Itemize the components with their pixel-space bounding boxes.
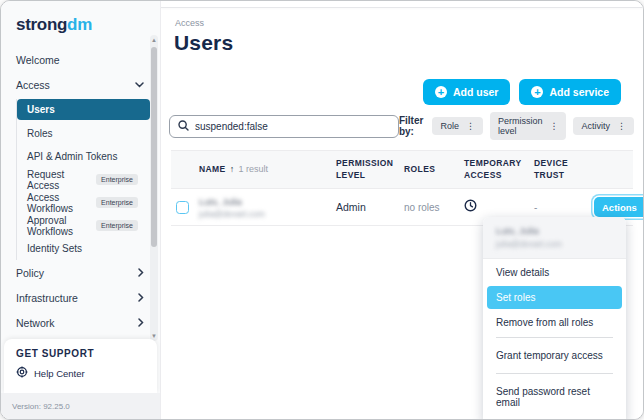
name-header-label: NAME (199, 164, 226, 175)
column-header-permission-level[interactable]: PERMISSION LEVEL (336, 158, 404, 181)
sidebar-item-label: API & Admin Tokens (27, 151, 117, 162)
row-checkbox-cell (171, 201, 199, 214)
menu-divider (496, 337, 613, 338)
sidebar-item-label: Identity Sets (27, 243, 82, 254)
filter-group: Filter by: Role ⋮ Permission level ⋮ Act… (399, 112, 634, 140)
sort-asc-icon: ↑ (230, 163, 235, 175)
plus-icon: + (435, 86, 447, 98)
get-support-card: GET SUPPORT Help Center (4, 339, 157, 393)
sidebar-item-request-access[interactable]: Request Access Enterprise (17, 168, 152, 191)
access-submenu: Users Roles API & Admin Tokens Request A… (16, 99, 160, 260)
roles-cell: no roles (404, 202, 464, 213)
device-trust-cell: - (534, 202, 594, 213)
sidebar-item-welcome[interactable]: Welcome (1, 47, 160, 72)
chevron-right-icon (138, 318, 144, 327)
chevron-down-icon (135, 82, 144, 88)
users-table: NAME ↑ 1 result PERMISSION LEVEL ROLES T… (171, 150, 633, 226)
version-label: Version: 92.25.0 (1, 393, 160, 419)
menu-item-remove-from-all-roles[interactable]: Remove from all roles (483, 309, 626, 336)
column-header-roles[interactable]: ROLES (404, 164, 464, 175)
enterprise-badge: Enterprise (96, 174, 138, 185)
help-center-icon (16, 366, 28, 380)
sidebar-item-label: Roles (27, 128, 53, 139)
actions-cell: Actions ⋮ (594, 197, 644, 217)
row-checkbox[interactable] (176, 201, 189, 214)
sidebar-item-api-admin-tokens[interactable]: API & Admin Tokens (17, 145, 152, 168)
breadcrumb[interactable]: Access (175, 18, 204, 28)
column-header-device-trust[interactable]: DEVICE TRUST (534, 158, 594, 181)
sidebar-item-label: Policy (16, 267, 44, 279)
table-header: NAME ↑ 1 result PERMISSION LEVEL ROLES T… (171, 150, 633, 189)
sidebar-item-approval-workflows[interactable]: Approval Workflows Enterprise (17, 214, 152, 237)
sidebar-item-policy[interactable]: Policy (1, 260, 160, 285)
sidebar-scrollbar[interactable]: ▲ ▼ (150, 35, 158, 341)
filter-activity[interactable]: Activity ⋮ (573, 117, 634, 135)
actions-button[interactable]: Actions ⋮ (594, 197, 644, 217)
permission-level-cell: Admin (336, 201, 404, 213)
filter-role[interactable]: Role ⋮ (432, 117, 483, 135)
sidebar-item-access-workflows[interactable]: Access Workflows Enterprise (17, 191, 152, 214)
filter-by-label: Filter by: (399, 115, 425, 137)
filter-permission-level[interactable]: Permission level ⋮ (490, 112, 567, 140)
menu-item-grant-temporary-access[interactable]: Grant temporary access (483, 339, 626, 372)
search-input[interactable] (195, 121, 390, 132)
user-name-cell[interactable]: Luts, Julia julia@devart.com (199, 196, 336, 219)
user-name: Luts, Julia (199, 196, 336, 207)
temporary-access-cell (464, 198, 534, 216)
sidebar-nav: Welcome Access Users Roles API & Admin T… (1, 43, 160, 385)
filter-role-label: Role (440, 121, 459, 131)
menu-divider (496, 373, 613, 374)
sidebar-item-label: Users (27, 104, 55, 115)
sidebar-item-label: Infrastructure (16, 292, 78, 304)
sidebar-item-access[interactable]: Access (1, 72, 160, 97)
sidebar-item-label: Access (16, 79, 50, 91)
add-service-button[interactable]: + Add service (519, 79, 621, 105)
kebab-icon: ⋮ (466, 122, 475, 131)
menu-item-view-details[interactable]: View details (483, 259, 626, 286)
sidebar: strongdm Welcome Access Users Roles (1, 1, 161, 419)
menu-user-email: julia@devart.com (496, 239, 613, 249)
chevron-right-icon (138, 293, 144, 302)
search-box[interactable] (169, 115, 399, 138)
sidebar-item-infrastructure[interactable]: Infrastructure (1, 285, 160, 310)
column-header-temporary-access[interactable]: TEMPORARY ACCESS (464, 158, 534, 181)
toolbar: Filter by: Role ⋮ Permission level ⋮ Act… (169, 112, 634, 140)
actions-dropdown-menu: Luts, Julia julia@devart.com View detail… (483, 217, 626, 420)
add-user-button[interactable]: + Add user (423, 79, 511, 105)
kebab-icon: ⋮ (617, 122, 626, 131)
header-actions: + Add user + Add service (423, 79, 621, 105)
enterprise-badge: Enterprise (96, 197, 138, 208)
menu-user-name: Luts, Julia (496, 225, 613, 236)
result-count: 1 result (239, 163, 269, 175)
clock-icon[interactable] (464, 198, 477, 216)
menu-item-send-password-reset-email[interactable]: Send password reset email (483, 375, 626, 419)
sidebar-item-label: Request Access (27, 169, 96, 191)
kebab-icon: ⋮ (549, 122, 558, 131)
sidebar-item-label: Network (16, 317, 55, 329)
scroll-up-icon[interactable]: ▲ (150, 36, 158, 44)
column-header-name[interactable]: NAME ↑ 1 result (199, 163, 336, 175)
help-center-label: Help Center (34, 368, 85, 379)
strongdm-logo: strongdm (1, 1, 160, 43)
help-center-link[interactable]: Help Center (16, 366, 145, 380)
plus-icon: + (531, 86, 543, 98)
filter-activity-label: Activity (581, 121, 610, 131)
sidebar-item-users[interactable]: Users (17, 99, 150, 120)
top-divider (161, 7, 643, 8)
add-user-label: Add user (453, 86, 499, 98)
user-email: julia@devart.com (199, 209, 336, 219)
sidebar-item-label: Welcome (16, 54, 60, 66)
sidebar-item-identity-sets[interactable]: Identity Sets (17, 237, 152, 260)
get-support-heading: GET SUPPORT (16, 348, 145, 359)
logo-strong: strong (16, 15, 67, 34)
actions-label: Actions (602, 202, 637, 213)
sidebar-item-roles[interactable]: Roles (17, 122, 152, 145)
menu-item-set-roles[interactable]: Set roles (487, 286, 622, 309)
sidebar-item-label: Access Workflows (27, 192, 96, 214)
sidebar-item-network[interactable]: Network (1, 310, 160, 335)
sidebar-item-label: Approval Workflows (27, 215, 96, 237)
app-window: strongdm Welcome Access Users Roles (0, 0, 644, 420)
menu-user-header: Luts, Julia julia@devart.com (483, 217, 626, 259)
chevron-right-icon (138, 268, 144, 277)
scrollbar-thumb[interactable] (151, 47, 157, 247)
